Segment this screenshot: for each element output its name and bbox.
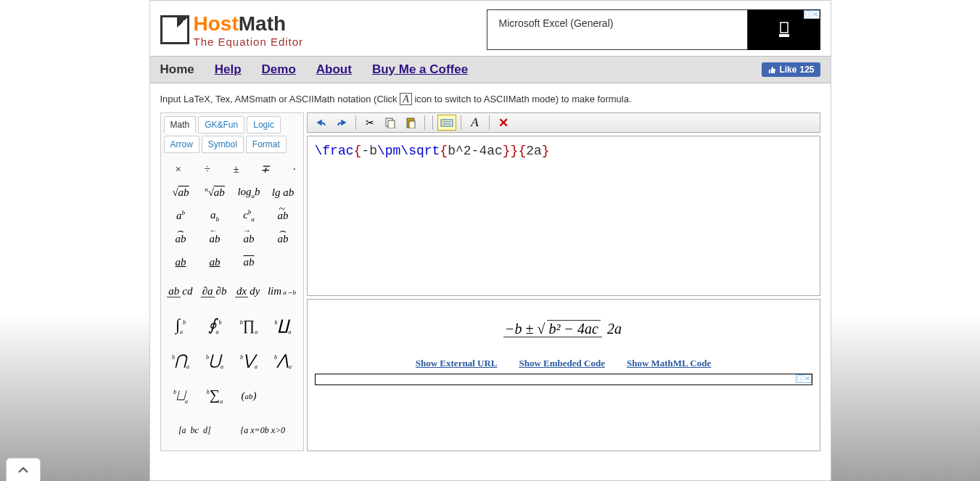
hint-pre: Input LaTeX, Tex, AMSmath or ASCIIMath n…: [160, 94, 400, 104]
sym-overline[interactable]: ab: [234, 256, 263, 268]
tab-logic[interactable]: Logic: [247, 116, 281, 133]
sym-partial[interactable]: ∂a∂b: [200, 285, 229, 297]
sym-prod[interactable]: b∏a: [234, 317, 263, 335]
tab-math[interactable]: Math: [164, 116, 197, 133]
sym-bigcap[interactable]: b⋂a: [166, 352, 195, 370]
sym-bigwedge[interactable]: b⋀a: [268, 352, 297, 370]
show-url-link[interactable]: Show External URL: [416, 358, 498, 369]
sym-int[interactable]: ∫ab: [166, 316, 195, 335]
sym-sub[interactable]: ab: [200, 209, 229, 223]
sym-sqrt[interactable]: √ab: [166, 186, 195, 199]
tab-gkfun[interactable]: GK&Fun: [198, 116, 244, 133]
copy-button[interactable]: [381, 115, 400, 131]
toolbar: ✂ A ✕: [307, 112, 820, 133]
sym-lg[interactable]: lg ab: [268, 186, 297, 199]
chevron-up-icon: [17, 466, 29, 474]
svg-rect-0: [781, 22, 788, 33]
sym-oint[interactable]: ∮ab: [200, 316, 229, 335]
fb-like-button[interactable]: Like 125: [762, 62, 820, 77]
logo-icon: [160, 15, 189, 44]
sym-frown[interactable]: ab⌢: [268, 233, 297, 245]
sym-supsub[interactable]: cba: [234, 208, 263, 223]
adchoices-icon[interactable]: ⓘ✕: [804, 10, 820, 19]
sym-matrix[interactable]: [a bc d]: [178, 425, 211, 436]
tab-symbol[interactable]: Symbol: [202, 136, 244, 153]
sym-mp[interactable]: ∓: [251, 163, 280, 176]
ad-text: Microsoft Excel (General): [487, 9, 748, 50]
show-embed-link[interactable]: Show Embeded Code: [519, 358, 604, 369]
sym-divide[interactable]: ÷: [193, 163, 222, 176]
sym-sum[interactable]: b∑a: [200, 387, 229, 405]
sym-bigsqcup[interactable]: b⨆a: [166, 387, 195, 405]
bottom-ad[interactable]: ⓘ✕: [315, 374, 812, 385]
sym-rarrow[interactable]: ab→: [234, 233, 263, 245]
nav-demo[interactable]: Demo: [262, 62, 296, 77]
sym-bigcup[interactable]: b⋃a: [200, 352, 229, 370]
nav-bar: Home Help Demo About Buy Me a Coffee Lik…: [150, 56, 831, 83]
clear-button[interactable]: ✕: [494, 115, 513, 131]
sym-hat[interactable]: ab⌢: [166, 233, 195, 245]
sym-dfrac[interactable]: dxdy: [234, 285, 263, 297]
header: HostMath The Equation Editor Microsoft E…: [150, 1, 831, 56]
ascii-mode-button[interactable]: A: [466, 115, 485, 131]
paste-button[interactable]: [401, 115, 420, 131]
symbol-palette: Math GK&Fun Logic Arrow Symbol Format × …: [160, 112, 304, 451]
sym-log[interactable]: logab: [234, 186, 263, 200]
sym-sup[interactable]: ab: [166, 209, 195, 222]
svg-rect-1: [779, 34, 789, 37]
sym-frac[interactable]: abcd: [166, 285, 195, 297]
hint-text: Input LaTeX, Tex, AMSmath or ASCIIMath n…: [160, 94, 820, 105]
sym-nroot[interactable]: n√ab: [200, 186, 229, 199]
thumbs-up-icon: [767, 65, 776, 74]
sym-lim[interactable]: lima→b: [268, 285, 297, 297]
svg-rect-3: [388, 120, 395, 128]
tab-format[interactable]: Format: [246, 136, 287, 153]
logo-host: Host: [194, 12, 239, 35]
svg-rect-6: [441, 120, 453, 126]
scroll-top-button[interactable]: [6, 458, 41, 481]
nav-about[interactable]: About: [316, 62, 352, 77]
sym-underline[interactable]: ab: [200, 256, 229, 268]
svg-rect-5: [409, 121, 415, 128]
logo-math: Math: [239, 12, 286, 35]
sym-larrow[interactable]: ab←: [200, 233, 229, 245]
sym-cdot[interactable]: ·: [280, 163, 309, 176]
mode-switch-icon: A: [400, 93, 412, 105]
ad-dark: ⓘ✕: [748, 9, 820, 50]
keyboard-mode-button[interactable]: [437, 115, 456, 131]
fb-like-label: Like: [779, 65, 796, 75]
show-mathml-link[interactable]: Show MathML Code: [627, 358, 711, 369]
sym-tilde[interactable]: ab~: [268, 210, 297, 222]
ad-icon: [778, 21, 791, 38]
preview-panel: −b ± √b² − 4ac 2a Show External URL Show…: [307, 299, 820, 451]
nav-help[interactable]: Help: [215, 62, 242, 77]
sym-times[interactable]: ×: [164, 163, 193, 176]
fb-like-count: 125: [799, 65, 814, 75]
hint-post: icon to switch to ASCIIMath mode) to mak…: [412, 94, 632, 104]
sym-underbrace[interactable]: ab: [166, 256, 195, 268]
sym-pm[interactable]: ±: [222, 163, 251, 176]
cut-button[interactable]: ✂: [361, 115, 379, 131]
latex-input[interactable]: \frac{-b\pm\sqrt{b^2-4ac}}{2a}: [307, 136, 820, 296]
sym-coprod[interactable]: b∐a: [268, 317, 297, 335]
undo-button[interactable]: [312, 115, 331, 131]
sym-cases[interactable]: {a x=0b x>0: [240, 425, 285, 436]
logo-text: HostMath The Equation Editor: [194, 12, 304, 48]
nav-home[interactable]: Home: [160, 62, 194, 77]
adchoices-icon-2[interactable]: ⓘ✕: [796, 374, 812, 383]
sym-binom[interactable]: (ab): [234, 390, 263, 402]
logo-subtitle: The Equation Editor: [194, 36, 304, 48]
nav-coffee[interactable]: Buy Me a Coffee: [372, 62, 468, 77]
ad-banner[interactable]: Microsoft Excel (General) ⓘ✕: [487, 9, 820, 50]
tab-arrow[interactable]: Arrow: [164, 136, 199, 153]
symbol-grid: × ÷ ± ∓ · ⋆ √ab n√ab logab lg ab ab: [164, 157, 300, 448]
redo-button[interactable]: [332, 115, 351, 131]
sym-bigvee[interactable]: b⋁a: [234, 352, 263, 370]
rendered-formula: −b ± √b² − 4ac 2a: [503, 321, 623, 336]
